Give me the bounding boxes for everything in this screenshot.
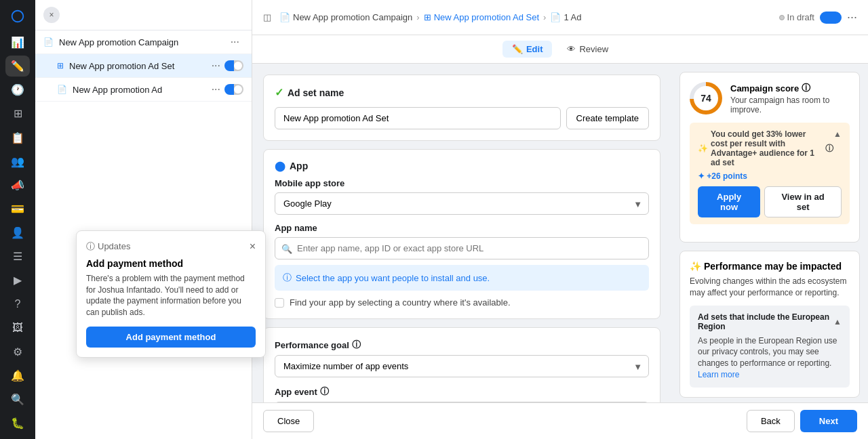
create-template-button[interactable]: Create template	[566, 107, 650, 129]
book-icon[interactable]: 📋	[5, 127, 30, 148]
campaign-file-icon: 📄	[43, 37, 54, 47]
find-app-text: Find your app by selecting a country whe…	[290, 297, 511, 308]
close-button[interactable]: Close	[263, 410, 314, 432]
updates-popup-close-button[interactable]: ×	[250, 241, 256, 253]
ad-more-icon[interactable]: ···	[212, 83, 220, 96]
notification-bell-icon[interactable]: 🔔	[5, 365, 30, 386]
learn-more-link[interactable]: Learn more	[698, 370, 739, 379]
sidebar-item-campaign[interactable]: 📄 New App promotion Campaign ···	[35, 30, 252, 54]
add-payment-method-button[interactable]: Add payment method	[86, 327, 256, 348]
score-value: 74	[694, 86, 718, 110]
tab-edit[interactable]: ✏️ Edit	[502, 41, 553, 58]
sidebar-item-adset[interactable]: ⊞ New App promotion Ad Set ···	[35, 54, 252, 78]
view-in-ad-set-button[interactable]: View in ad set	[764, 186, 842, 217]
bottom-right-buttons: Back Next	[747, 410, 857, 432]
check-circle-icon: ✓	[275, 86, 283, 99]
ad-toggle[interactable]	[224, 84, 243, 95]
advantage-sparkle-icon: ✨	[698, 144, 708, 153]
app-name-label: App name	[275, 223, 649, 233]
campaign-more-icon[interactable]: ···	[231, 36, 239, 48]
breadcrumb-campaign[interactable]: 📄 New App promotion Campaign	[279, 12, 412, 22]
advantage-info-icon: ⓘ	[825, 143, 833, 154]
hamburger-menu-icon[interactable]: ☰	[5, 246, 30, 267]
ad-set-name-card-title: ✓ Ad set name	[275, 86, 649, 99]
draft-label: In draft	[787, 12, 814, 22]
top-bar-right: In draft ···	[779, 10, 857, 24]
panel-toggle-icon[interactable]: ◫	[263, 12, 271, 22]
meta-logo-icon[interactable]	[5, 5, 30, 26]
adset-toggle[interactable]	[224, 60, 243, 71]
advantage-banner-title: ✨ You could get 33% lower cost per resul…	[698, 129, 833, 167]
breadcrumb-adset-label: New App promotion Ad Set	[434, 12, 539, 22]
grid-layout-icon[interactable]: ⊞	[5, 103, 30, 124]
app-name-input[interactable]	[275, 237, 649, 259]
performance-impact-subtitle: Evolving changes within the ads ecosyste…	[690, 276, 850, 299]
app-event-label: App event ⓘ	[275, 385, 649, 398]
megaphone-icon[interactable]: 📣	[5, 175, 30, 196]
eu-section-header: Ad sets that include the European Region…	[698, 312, 842, 331]
eu-chevron-icon[interactable]: ▲	[833, 317, 842, 327]
tab-review[interactable]: 👁 Review	[557, 41, 618, 58]
adset-more-icon[interactable]: ···	[212, 60, 220, 72]
score-info-icon: ⓘ	[802, 82, 810, 94]
find-app-checkbox[interactable]	[275, 298, 284, 308]
mobile-app-store-select-wrapper: Google Play App Store ▼	[275, 192, 649, 215]
content-panels: ✓ Ad set name Create template ⬤ App Mobi…	[252, 64, 868, 402]
performance-goal-card: Performance goal ⓘ Maximize number of ap…	[263, 327, 660, 402]
app-info-text: Select the app you want people to instal…	[296, 273, 490, 283]
app-event-info-icon: ⓘ	[320, 385, 329, 398]
performance-goal-info-icon: ⓘ	[352, 339, 361, 351]
top-bar: ◫ 📄 New App promotion Campaign › ⊞ New A…	[252, 0, 868, 35]
app-name-search-icon: 🔍	[281, 243, 292, 253]
updates-info-icon: ⓘ	[86, 241, 95, 253]
performance-goal-select[interactable]: Maximize number of app events Maximize n…	[275, 355, 649, 377]
app-section-card: ⬤ App Mobile app store Google Play App S…	[263, 149, 660, 319]
breadcrumb-ad[interactable]: 📄 1 Ad	[550, 12, 581, 22]
advantage-points: ✦ +26 points	[698, 171, 842, 181]
publish-toggle[interactable]	[820, 12, 842, 24]
edit-review-bar: ✏️ Edit 👁 Review	[252, 35, 868, 64]
back-button[interactable]: Back	[747, 410, 795, 432]
ad-set-name-card: ✓ Ad set name Create template	[263, 75, 660, 141]
sidebar-close-button[interactable]: ×	[43, 7, 60, 23]
image-gallery-icon[interactable]: 🖼	[5, 317, 30, 338]
pencil-edit-icon[interactable]: ✏️	[5, 56, 30, 77]
ad-set-name-input-row: Create template	[275, 107, 649, 129]
updates-popup-body: There's a problem with the payment metho…	[86, 273, 256, 318]
updates-popup-heading: Add payment method	[86, 258, 256, 269]
breadcrumb-ad-label: 1 Ad	[564, 12, 581, 22]
updates-popup-title: ⓘ Updates	[86, 241, 130, 253]
sidebar-top-row: ×	[35, 0, 252, 30]
breadcrumb-sep-1: ›	[416, 12, 419, 22]
bug-report-icon[interactable]: 🐛	[5, 413, 30, 434]
edit-pencil-icon: ✏️	[512, 44, 523, 54]
info-circle-icon: ⓘ	[283, 272, 292, 284]
settings-gear-icon[interactable]: ⚙	[5, 341, 30, 362]
sidebar-item-ad[interactable]: 📄 New App promotion Ad ···	[35, 78, 252, 102]
points-icon: ✦	[698, 171, 705, 181]
search-magnify-icon[interactable]: 🔍	[5, 389, 30, 410]
breadcrumb-ad-icon: 📄	[550, 12, 561, 22]
help-question-icon[interactable]: ?	[5, 293, 30, 314]
advantage-chevron-icon[interactable]: ▲	[833, 129, 842, 139]
icon-rail: 📊 ✏️ 🕐 ⊞ 📋 👥 📣 💳 👤 ☰ ▶ ? 🖼 ⚙ 🔔 🔍 🐛	[0, 0, 35, 439]
performance-goal-select-wrapper: Maximize number of app events Maximize n…	[275, 355, 649, 377]
arrow-right-icon[interactable]: ▶	[5, 270, 30, 291]
find-app-row: Find your app by selecting a country whe…	[275, 297, 649, 308]
right-panel: 74 Campaign score ⓘ Your campaign has ro…	[671, 64, 868, 402]
sidebar-campaign-label: New App promotion Campaign	[59, 37, 231, 47]
score-card-header: 74 Campaign score ⓘ Your campaign has ro…	[690, 82, 850, 114]
mobile-app-store-select[interactable]: Google Play App Store	[275, 192, 649, 215]
billing-icon[interactable]: 💳	[5, 198, 30, 220]
audience-icon[interactable]: 👥	[5, 151, 30, 172]
ad-set-name-input[interactable]	[275, 107, 561, 129]
user-icon[interactable]: 👤	[5, 222, 30, 243]
breadcrumb-adset[interactable]: ⊞ New App promotion Ad Set	[424, 12, 539, 22]
breadcrumb-adset-icon: ⊞	[424, 12, 431, 22]
topbar-more-icon[interactable]: ···	[847, 10, 857, 24]
next-button[interactable]: Next	[800, 410, 857, 432]
performance-impact-card: ✨ Performance may be impacted Evolving c…	[679, 251, 860, 398]
chart-bar-icon[interactable]: 📊	[5, 32, 30, 53]
clock-history-icon[interactable]: 🕐	[5, 79, 30, 100]
apply-now-button[interactable]: Apply now	[698, 186, 760, 217]
